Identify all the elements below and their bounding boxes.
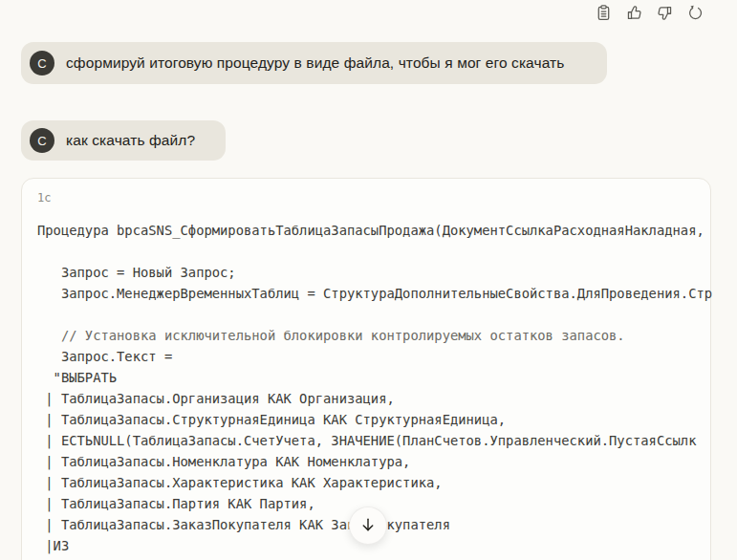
message-action-bar: [594, 3, 704, 22]
code-block[interactable]: 1c Процедура bpcaSNS_СформироватьТаблица…: [21, 178, 711, 560]
copy-icon: [596, 5, 612, 21]
user-message-text: сформируй итоговую процедуру в виде файл…: [66, 54, 564, 72]
code-line: | ТаблицаЗапасы.Номенклатура КАК Номенкл…: [37, 451, 712, 472]
user-avatar: C: [30, 51, 54, 75]
code-line: | ТаблицаЗапасы.Организация КАК Организа…: [37, 388, 712, 409]
code-line: Процедура bpcaSNS_СформироватьТаблицаЗап…: [37, 220, 712, 241]
code-language-label: 1c: [37, 191, 51, 205]
retry-button[interactable]: [685, 3, 704, 22]
thumbs-up-icon: [626, 5, 642, 21]
copy-button[interactable]: [594, 3, 613, 22]
code-line: | ТаблицаЗапасы.Характеристика КАК Харак…: [37, 472, 712, 493]
user-message-text: как скачать файл?: [66, 132, 195, 149]
code-line: | ТаблицаЗапасы.СтруктурнаяЕдиница КАК С…: [37, 409, 712, 430]
scroll-to-bottom-button[interactable]: [349, 506, 387, 545]
code-line: [37, 241, 712, 262]
user-avatar: C: [30, 128, 54, 153]
thumbs-down-icon: [657, 5, 673, 21]
code-line: Запрос = Новый Запрос;: [37, 262, 712, 283]
code-line: Запрос.МенеджерВременныхТаблиц = Структу…: [37, 283, 712, 304]
code-line: | ЕСТЬNULL(ТаблицаЗапасы.СчетУчета, ЗНАЧ…: [37, 430, 712, 451]
code-line: // Установка исключительной блокировки к…: [37, 325, 712, 346]
arrow-down-icon: [359, 516, 377, 536]
code-line: [37, 304, 712, 325]
user-message: C как скачать файл?: [21, 120, 226, 161]
user-message: C сформируй итоговую процедуру в виде фа…: [21, 42, 607, 84]
thumbs-down-button[interactable]: [655, 3, 674, 22]
code-content[interactable]: Процедура bpcaSNS_СформироватьТаблицаЗап…: [37, 220, 712, 556]
code-line: "ВЫБРАТЬ: [37, 367, 712, 388]
thumbs-up-button[interactable]: [624, 3, 643, 22]
retry-icon: [687, 5, 704, 21]
code-line: Запрос.Текст =: [37, 346, 712, 367]
